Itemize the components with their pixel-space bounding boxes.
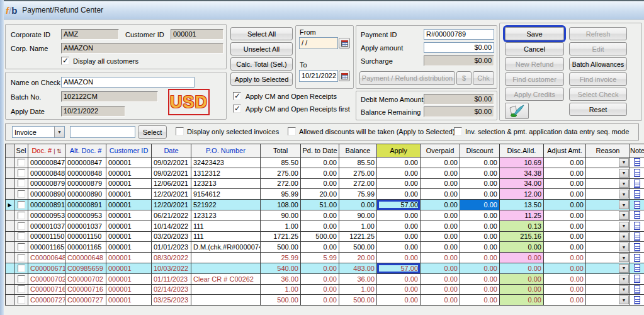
column-header-pd[interactable]: Pd. to Date [301, 144, 339, 158]
cell-apply[interactable]: 0.00 [377, 210, 421, 220]
cell-apply[interactable]: 0.00 [377, 295, 421, 306]
save-button[interactable]: Save [505, 27, 564, 40]
cell-apply[interactable]: 0.00 [377, 242, 421, 253]
reason-dropdown[interactable]: ▼ [619, 295, 629, 304]
note-icon[interactable] [634, 180, 640, 188]
name-on-check-input[interactable]: AMAZON [61, 77, 195, 88]
apply-cm-open-receipts-checkbox[interactable] [233, 92, 241, 100]
allowed-discounts-checkbox[interactable] [288, 127, 296, 135]
row-select-checkbox[interactable] [18, 201, 25, 209]
row-select-checkbox[interactable] [18, 190, 25, 198]
note-icon[interactable] [634, 254, 640, 262]
reset-button[interactable]: Reset [569, 103, 627, 116]
row-select-checkbox[interactable] [18, 212, 25, 219]
row-select-checkbox[interactable] [18, 180, 25, 187]
cell-apply[interactable]: 0.00 [377, 178, 421, 189]
new-refund-button[interactable]: New Refund [505, 57, 564, 71]
apply-to-selected-button[interactable]: Apply to Selected [230, 72, 293, 86]
reason-dropdown[interactable]: ▼ [619, 200, 629, 209]
chk-button[interactable]: Chk [473, 71, 494, 85]
select-button[interactable]: Select [138, 125, 167, 139]
find-customer-button[interactable]: Find customer [505, 72, 564, 86]
row-select-checkbox[interactable] [18, 265, 25, 272]
apply-cm-open-receipts-first-checkbox[interactable] [233, 105, 241, 113]
payment-refund-distribution-button[interactable]: Payment / Refund distribution [359, 71, 455, 85]
search-type-dropdown[interactable]: Invoice ▼ [12, 126, 65, 138]
column-header-doc[interactable]: Doc. #| ⇅ [28, 144, 65, 158]
select-all-button[interactable]: Select All [230, 27, 293, 40]
to-calendar-button[interactable] [339, 71, 350, 81]
cancel-button[interactable]: Cancel [505, 42, 564, 55]
note-icon[interactable] [634, 243, 640, 251]
column-header-reason[interactable]: Reason [586, 144, 630, 158]
column-header-date[interactable]: Date [152, 144, 191, 158]
row-select-checkbox[interactable] [18, 222, 25, 230]
row-select-checkbox[interactable] [18, 243, 25, 251]
row-select-checkbox[interactable] [18, 232, 25, 240]
column-header-disc[interactable]: Discount [460, 144, 500, 158]
note-icon[interactable] [634, 275, 640, 283]
note-icon[interactable] [634, 222, 640, 230]
reason-dropdown[interactable]: ▼ [619, 222, 629, 231]
reason-dropdown[interactable]: ▼ [619, 180, 629, 188]
to-date-input[interactable]: 10/21/2022 [299, 70, 338, 82]
column-header-sel[interactable]: Sel [14, 144, 28, 158]
cell-apply[interactable]: 0.00 [377, 158, 421, 168]
note-icon[interactable] [634, 169, 640, 177]
inv-selection-mode-checkbox[interactable] [454, 127, 462, 135]
row-select-checkbox[interactable] [18, 254, 25, 261]
row-select-checkbox[interactable] [18, 275, 25, 283]
column-header-total[interactable]: Total [261, 144, 301, 158]
refresh-button[interactable]: Refresh [569, 27, 627, 40]
write-check-button[interactable] [505, 103, 529, 119]
row-select-checkbox[interactable] [18, 169, 25, 177]
column-header-alt[interactable]: Alt. Doc. # [65, 144, 106, 158]
note-icon[interactable] [634, 232, 640, 241]
row-select-checkbox[interactable] [18, 285, 25, 293]
display-all-customers-checkbox[interactable] [61, 57, 69, 65]
cell-apply[interactable]: 0.00 [377, 168, 421, 178]
reason-dropdown[interactable]: ▼ [619, 190, 629, 198]
column-header-bal[interactable]: Balance [339, 144, 377, 158]
reason-dropdown[interactable]: ▼ [619, 232, 629, 241]
note-icon[interactable] [634, 190, 640, 198]
dollar-button[interactable]: $ [456, 71, 472, 85]
column-header-apply[interactable]: Apply [377, 144, 421, 158]
column-header-note[interactable]: Note [630, 144, 644, 158]
reason-dropdown[interactable]: ▼ [619, 264, 629, 273]
reason-dropdown[interactable]: ▼ [619, 285, 629, 294]
note-icon[interactable] [634, 264, 640, 272]
column-header-alld[interactable]: Disc.Alld. [500, 144, 544, 158]
reason-dropdown[interactable]: ▼ [619, 211, 629, 220]
invoice-search-input[interactable] [70, 126, 135, 138]
column-header-po[interactable]: P.O. Number [191, 144, 261, 158]
from-date-input[interactable]: / / [299, 37, 338, 49]
column-header-over[interactable]: Overpaid [421, 144, 460, 158]
batch-allowances-button[interactable]: Batch Allowances [569, 57, 627, 71]
note-icon[interactable] [634, 211, 640, 219]
column-header-cust[interactable]: Customer ID [106, 144, 152, 158]
note-icon[interactable] [634, 296, 640, 304]
select-check-button[interactable]: Select Check [569, 88, 627, 101]
reason-dropdown[interactable]: ▼ [619, 243, 629, 251]
cell-apply[interactable]: 0.00 [377, 189, 421, 200]
cell-apply[interactable]: 0.00 [377, 231, 421, 242]
column-header-adj[interactable]: Adjust Amt. [544, 144, 586, 158]
row-select-checkbox[interactable] [18, 159, 25, 166]
cell-apply[interactable]: 0.00 [377, 220, 421, 231]
calc-total-button[interactable]: Calc. Total (Sel.) [230, 57, 293, 71]
note-icon[interactable] [634, 158, 640, 166]
edit-button[interactable]: Edit [569, 42, 627, 55]
cell-apply[interactable]: 0.00 [377, 273, 421, 284]
cell-apply[interactable]: 57.00 [377, 200, 421, 210]
note-icon[interactable] [634, 201, 640, 209]
cell-apply[interactable]: 0.00 [377, 284, 421, 295]
apply-credits-button[interactable]: Apply Credits [505, 88, 564, 101]
apply-amount-input[interactable]: $0.00 [424, 42, 494, 53]
find-invoice-button[interactable]: Find invoice [569, 72, 627, 86]
display-only-selected-checkbox[interactable] [176, 127, 184, 135]
from-calendar-button[interactable] [339, 38, 350, 49]
cell-apply[interactable]: 0.00 [377, 253, 421, 263]
payment-id-input[interactable]: R#00000789 [424, 29, 494, 40]
unselect-all-button[interactable]: Unselect All [230, 42, 293, 55]
